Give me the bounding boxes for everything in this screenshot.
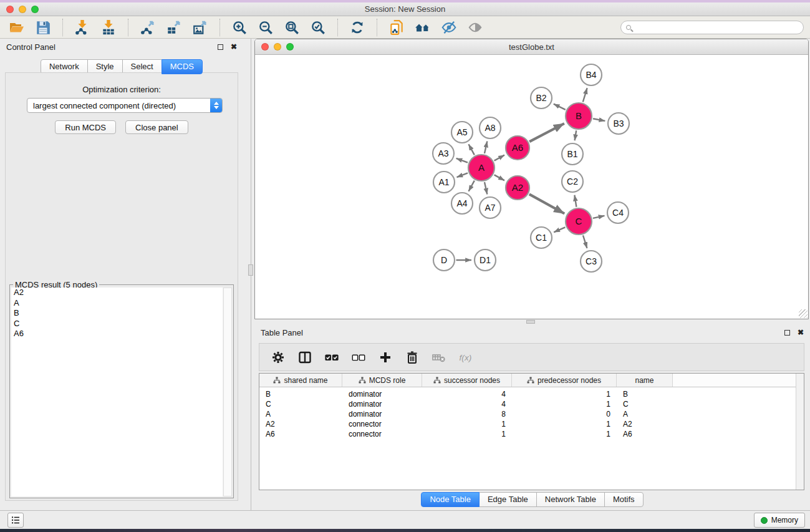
maximize-window-button[interactable] [31,6,39,13]
edge-C-C2[interactable] [574,195,576,207]
table-float-panel-icon[interactable] [784,330,790,336]
table-row[interactable]: Cdominator41C [259,399,804,409]
edge-B-B4[interactable] [583,88,587,102]
edge-C-C4[interactable] [593,216,605,218]
edge-A-A7[interactable] [485,182,487,195]
float-panel-icon[interactable] [218,44,223,50]
network-window-titlebar[interactable]: testGlobe.txt [255,39,808,55]
splitter-handle[interactable] [248,264,253,276]
node-A7[interactable]: A7 [480,197,501,218]
mcds-result-item[interactable]: A6 [11,329,223,339]
memory-button[interactable]: Memory [754,513,805,528]
tab-mcds[interactable]: MCDS [162,59,203,74]
node-A3[interactable]: A3 [433,143,454,164]
hide-selected-button[interactable] [440,18,458,37]
column-layout-button[interactable] [296,349,314,366]
select-all-checkboxes-button[interactable] [323,349,340,366]
node-A4[interactable]: A4 [451,193,473,214]
first-neighbors-button[interactable] [413,18,432,37]
edge-C-C3[interactable] [583,235,587,248]
add-column-button[interactable] [377,349,394,366]
settings-gear-button[interactable] [269,349,287,366]
node-C1[interactable]: C1 [531,227,552,248]
node-B1[interactable]: B1 [562,143,583,165]
import-network-button[interactable] [73,18,92,37]
edge-A-A6[interactable] [494,155,504,161]
h-splitter-handle[interactable] [526,320,535,324]
export-image-button[interactable] [191,18,210,37]
tab-network-table[interactable]: Network Table [536,492,605,507]
zoom-fit-button[interactable] [282,18,301,37]
node-A6[interactable]: A6 [506,136,529,160]
node-D1[interactable]: D1 [475,249,496,271]
edge-A-A3[interactable] [456,158,468,163]
edge-B-B1[interactable] [575,130,577,140]
export-network-button[interactable] [138,18,157,37]
clear-checkboxes-button[interactable] [350,349,367,366]
mcds-result-item[interactable]: A2 [11,288,223,298]
node-A[interactable]: A [468,155,494,181]
edge-A2-C[interactable] [529,194,564,213]
node-A8[interactable]: A8 [480,117,501,138]
node-C4[interactable]: C4 [607,202,629,223]
edge-A-A4[interactable] [469,181,475,191]
node-B2[interactable]: B2 [531,87,552,109]
horizontal-splitter[interactable] [254,319,809,324]
column-header-shared-name[interactable]: shared name [259,374,342,387]
tab-node-table[interactable]: Node Table [421,492,480,507]
zoom-in-button[interactable] [230,18,249,37]
node-C2[interactable]: C2 [562,171,583,192]
tab-edge-table[interactable]: Edge Table [479,492,537,507]
main-titlebar[interactable]: Session: New Session [0,2,810,16]
table-row[interactable]: A2connector11A2 [259,419,804,429]
minimize-window-button[interactable] [19,6,26,13]
zoom-out-button[interactable] [256,18,275,37]
node-A2[interactable]: A2 [506,176,529,200]
edge-A-A1[interactable] [457,173,468,177]
node-A1[interactable]: A1 [433,172,455,193]
node-B3[interactable]: B3 [608,113,629,134]
close-panel-icon[interactable]: ✖ [231,43,237,51]
node-B[interactable]: B [566,103,592,129]
show-details-button[interactable] [466,18,485,37]
node-A5[interactable]: A5 [451,122,473,143]
close-panel-button[interactable]: Close panel [125,120,188,134]
column-header-name[interactable]: name [617,374,673,387]
node-B4[interactable]: B4 [581,64,602,85]
table-row[interactable]: Adominator80A [259,409,804,419]
duplicate-network-button[interactable] [387,18,406,37]
search-input[interactable] [635,22,803,33]
mcds-result-item[interactable]: B [11,308,223,319]
mcds-result-item[interactable]: A [11,298,223,309]
column-header-mcds-role[interactable]: MCDS role [342,374,422,387]
table-row[interactable]: Bdominator41B [259,389,804,399]
zoom-selected-button[interactable] [309,18,327,37]
mcds-result-list[interactable]: A2ABCA6 [11,288,223,496]
resize-grip[interactable] [799,309,808,318]
node-D[interactable]: D [433,249,455,271]
column-header-successor-nodes[interactable]: successor nodes [422,374,512,387]
network-canvas[interactable]: AA2A6BCA1A3A4A5A7A8B1B2B3B4C1C2C3C4DD1 [255,55,808,319]
table-row[interactable]: A6connector11A6 [259,429,804,439]
column-header-predecessor-nodes[interactable]: predecessor nodes [512,374,617,387]
optimization-select[interactable]: largest connected component (directed) [27,98,223,113]
edge-A6-B[interactable] [529,123,564,142]
edge-B-B3[interactable] [593,118,605,121]
table-scrollbar[interactable] [796,374,804,490]
edge-A-A5[interactable] [469,144,475,155]
export-table-button[interactable] [165,18,183,37]
run-mcds-button[interactable]: Run MCDS [55,120,116,134]
table-close-panel-icon[interactable]: ✖ [798,329,804,336]
edge-A-A2[interactable] [494,175,504,180]
mcds-list-scrollbar[interactable] [223,288,232,496]
tab-motifs[interactable]: Motifs [604,492,644,507]
delete-column-button[interactable] [403,349,421,366]
mcds-result-item[interactable]: C [11,319,223,329]
open-file-button[interactable] [7,18,26,37]
import-table-button[interactable] [99,18,118,37]
edge-A-A8[interactable] [485,142,487,154]
edge-C-C1[interactable] [554,227,565,232]
edge-B-B2[interactable] [554,104,566,110]
close-window-button[interactable] [6,6,14,13]
save-session-button[interactable] [34,18,52,37]
